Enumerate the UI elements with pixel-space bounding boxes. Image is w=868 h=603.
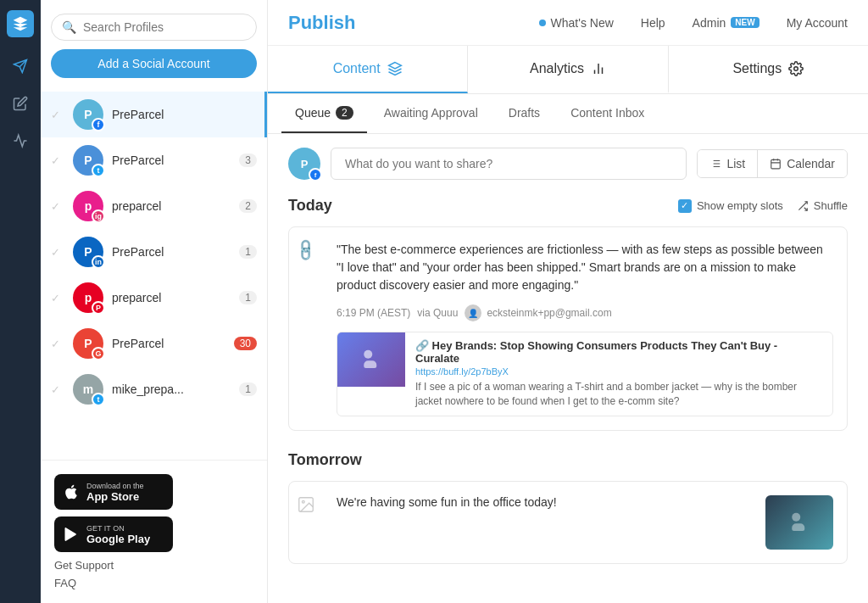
content-tab-label: Content	[333, 61, 381, 76]
profile-item[interactable]: ✓ p ig preparcel 2	[41, 183, 267, 229]
list-view-button[interactable]: List	[698, 150, 758, 177]
today-title: Today	[288, 197, 332, 215]
avatar: P t	[73, 145, 103, 176]
analytics-icon	[591, 61, 606, 76]
check-icon: ✓	[51, 154, 64, 167]
show-empty-slots[interactable]: ✓ Show empty slots	[678, 199, 783, 213]
profile-item[interactable]: ✓ P t PreParcel 3	[41, 137, 267, 183]
list-icon	[709, 158, 721, 170]
google-play-badge[interactable]: GET IT ON Google Play	[54, 516, 173, 552]
preview-url: https://buff.ly/2p7bByX	[415, 366, 822, 377]
shuffle-label: Shuffle	[814, 199, 848, 212]
app-nav	[0, 0, 41, 603]
admin-nav[interactable]: Admin NEW	[693, 16, 760, 30]
avatar: p ig	[73, 191, 103, 221]
post-link-preview[interactable]: 🔗 Hey Brands: Stop Showing Consumers Pro…	[337, 332, 833, 416]
post-card: 🔗 "The best e-commerce experiences are f…	[288, 226, 848, 431]
profile-item[interactable]: ✓ p P preparcel 1	[41, 275, 267, 321]
profile-name: PreParcel	[112, 245, 231, 259]
settings-icon	[788, 61, 804, 76]
sidebar-footer: Download on the App Store GET IT ON Goog…	[41, 460, 267, 603]
queue-tab[interactable]: Queue 2	[281, 94, 367, 133]
nav-edit[interactable]	[5, 88, 36, 119]
author-avatar: 👤	[465, 304, 481, 321]
profile-count: 2	[239, 199, 257, 213]
shuffle-button[interactable]: Shuffle	[797, 199, 848, 212]
profile-name: PreParcel	[112, 108, 254, 121]
profile-name: PreParcel	[112, 337, 225, 350]
drafts-label: Drafts	[509, 106, 540, 120]
profile-name: preparcel	[112, 199, 231, 213]
compose-fb-badge: f	[309, 168, 322, 181]
faq-link[interactable]: FAQ	[54, 577, 253, 589]
profile-name: PreParcel	[112, 154, 231, 167]
compose-input[interactable]	[331, 148, 687, 180]
whats-new-nav[interactable]: What's New	[539, 16, 614, 30]
search-input[interactable]	[83, 20, 246, 34]
pinterest-badge: P	[92, 301, 105, 315]
profile-count: 3	[239, 154, 257, 167]
profile-item[interactable]: ✓ m t mike_prepa... 1	[41, 366, 267, 412]
app-store-badge[interactable]: Download on the App Store	[54, 474, 173, 510]
awaiting-approval-tab[interactable]: Awaiting Approval	[370, 94, 492, 133]
profile-count: 1	[239, 382, 257, 396]
content-inbox-tab[interactable]: Content Inbox	[557, 94, 658, 133]
post-author: 👤 ecksteinmk+pp@gmail.com	[465, 304, 611, 321]
content-tab[interactable]: Content	[268, 46, 468, 93]
nav-analytics[interactable]	[5, 126, 36, 156]
analytics-tab-label: Analytics	[530, 61, 584, 76]
avatar: P in	[73, 237, 103, 267]
link-icon: 🔗	[292, 237, 319, 263]
content-icon	[387, 61, 403, 76]
avatar: p P	[73, 282, 103, 313]
instagram-badge: ig	[92, 209, 105, 223]
check-icon: ✓	[51, 383, 64, 396]
tomorrow-section: Tomorrow We're having some fun in the of…	[288, 451, 848, 564]
calendar-icon	[770, 158, 782, 170]
profile-count: 1	[239, 291, 257, 304]
day-controls: ✓ Show empty slots Shuffle	[678, 199, 848, 213]
add-social-button[interactable]: Add a Social Account	[51, 49, 257, 78]
settings-tab[interactable]: Settings	[669, 46, 868, 93]
queue-area: P f List Calendar T	[268, 134, 868, 603]
profile-item[interactable]: ✓ P in PreParcel 1	[41, 229, 267, 275]
get-support-link[interactable]: Get Support	[54, 559, 253, 572]
show-empty-label: Show empty slots	[697, 199, 783, 212]
post-via: via Quuu	[417, 307, 458, 319]
svg-point-5	[794, 67, 798, 71]
avatar: P G	[73, 328, 103, 359]
google-play-text: GET IT ON Google Play	[86, 524, 150, 545]
tomorrow-day-header: Tomorrow	[288, 451, 848, 469]
svg-rect-12	[771, 159, 781, 169]
analytics-tab[interactable]: Analytics	[468, 46, 668, 93]
post-meta: 6:19 PM (AEST) via Quuu 👤 ecksteinmk+pp@…	[337, 304, 833, 321]
my-account-nav[interactable]: My Account	[787, 16, 848, 30]
profile-list: ✓ P f PreParcel ✓ P t PreParcel 3 ✓ p ig…	[41, 88, 267, 460]
help-nav[interactable]: Help	[641, 16, 665, 30]
nav-publish[interactable]	[5, 51, 36, 81]
day-header: Today ✓ Show empty slots Shuffle	[288, 197, 848, 215]
calendar-view-button[interactable]: Calendar	[758, 150, 847, 177]
sidebar: 🔍 Add a Social Account ✓ P f PreParcel ✓…	[41, 0, 268, 603]
tomorrow-post-card: We're having some fun in the office toda…	[288, 481, 848, 564]
main-content: Publish What's New Help Admin NEW My Acc…	[268, 0, 868, 603]
twitter-badge: t	[92, 164, 105, 177]
avatar: m t	[73, 374, 103, 405]
today-section: Today ✓ Show empty slots Shuffle	[288, 197, 848, 431]
profile-item[interactable]: ✓ P f PreParcel	[41, 92, 267, 137]
tomorrow-post-image	[765, 495, 833, 550]
tomorrow-title: Tomorrow	[288, 451, 362, 469]
preview-desc: If I see a pic of a woman wearing a T-sh…	[415, 380, 822, 409]
shuffle-icon	[797, 200, 809, 212]
profile-item[interactable]: ✓ P G PreParcel 30	[41, 321, 267, 366]
tomorrow-post-main: We're having some fun in the office toda…	[323, 482, 847, 563]
post-text: "The best e-commerce experiences are fri…	[337, 241, 833, 294]
search-box[interactable]: 🔍	[51, 14, 257, 41]
show-empty-checkbox[interactable]: ✓	[678, 199, 692, 213]
app-logo[interactable]	[7, 10, 34, 37]
top-nav: Publish What's New Help Admin NEW My Acc…	[268, 0, 868, 46]
drafts-tab[interactable]: Drafts	[495, 94, 554, 133]
author-email: ecksteinmk+pp@gmail.com	[487, 307, 611, 319]
preview-title: 🔗 Hey Brands: Stop Showing Consumers Pro…	[415, 339, 822, 365]
sub-tab-bar: Queue 2 Awaiting Approval Drafts Content…	[268, 94, 868, 134]
